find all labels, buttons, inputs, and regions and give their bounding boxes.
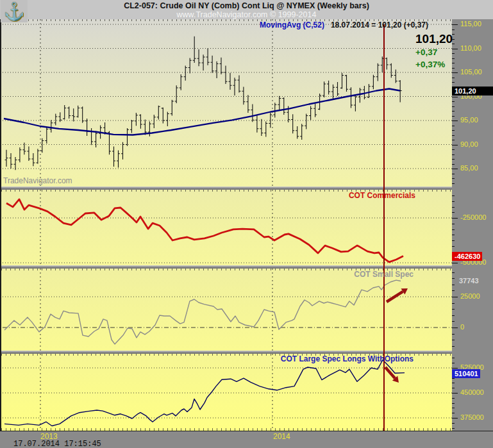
moving-average-label[interactable]: MovingAvg (C,52) — [260, 21, 324, 29]
chart-title: CL2-057: Crude Oil NY (Comb) Cont Liq @ … — [0, 1, 493, 10]
moving-average-value: 18.07.2014 = 101,20 (+0,37) — [331, 21, 428, 29]
cot-commercials-current-value: -462630 — [452, 252, 482, 261]
cursor-vertical-line[interactable] — [383, 24, 385, 431]
cot-commercials-line — [6, 199, 403, 262]
price-change-percent: +0,37% — [415, 60, 453, 69]
cot-small-spec-line — [4, 280, 401, 344]
cot-large-spec-longs-current-value: 510401 — [452, 369, 480, 378]
indicator-readout: MovingAvg (C,52)18.07.2014 = 101,20 (+0,… — [260, 21, 428, 29]
trend-arrow[interactable] — [385, 367, 395, 378]
price-current-value: 101,20 — [452, 87, 493, 95]
cot-large-spec-title: COT Large Spec Longs WithOptions — [281, 354, 414, 363]
trade-navigator-logo-icon: ⚓ — [1, 0, 28, 22]
chart-header: CL2-057: Crude Oil NY (Comb) Cont Liq @ … — [0, 0, 493, 20]
year-label-2014: 2014 — [273, 432, 290, 441]
moving-average-line — [4, 89, 400, 135]
status-timestamp: 17.07.2014 17:15:45 — [13, 440, 101, 448]
cot-small-spec-title: COT Small Spec — [354, 270, 414, 279]
price-change: +0,37 — [415, 48, 453, 57]
last-price: 101,20 — [415, 33, 453, 45]
price-ohlc-bars — [5, 37, 402, 170]
price-axis-column[interactable]: 115,00110,00105,00100,0095,0090,0085,001… — [452, 19, 493, 431]
quote-block: 101,20 +0,37 +0,37% — [415, 33, 453, 69]
chart-plot-area[interactable]: MovingAvg (C,52)18.07.2014 = 101,20 (+0,… — [0, 19, 452, 431]
chart-subtitle: www.TradeNavigator.com © 1999-2014 — [0, 10, 493, 19]
x-axis-band[interactable]: 2013 2014 17.07.2014 17:15:45 — [0, 431, 493, 448]
cot-commercials-title: COT Commercials — [349, 191, 415, 200]
watermark: TradeNavigator.com — [3, 176, 72, 185]
trade-navigator-window: CL2-057: Crude Oil NY (Comb) Cont Liq @ … — [0, 0, 493, 448]
cot-small-spec-current-value: 37743 — [459, 277, 479, 285]
